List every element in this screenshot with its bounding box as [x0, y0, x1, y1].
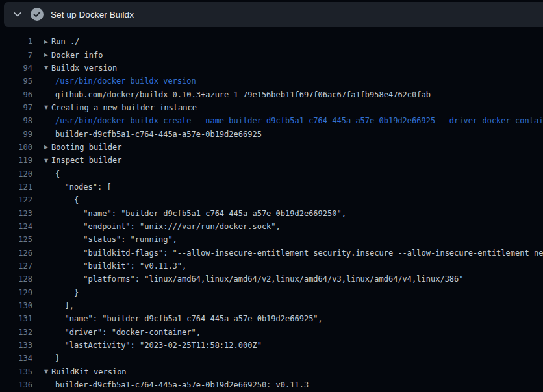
output-text: "lastActivity": "2023-02-25T11:58:12.000… [44, 341, 262, 350]
line-number[interactable]: 129 [0, 288, 32, 297]
triangle-down-icon[interactable]: ▼ [44, 65, 51, 71]
line-number[interactable]: 97 [0, 103, 32, 112]
line-number[interactable]: 95 [0, 77, 32, 86]
log-line: 136builder-d9cfb5a1-c764-445a-a57e-0b19d… [0, 378, 543, 391]
log-line: 128 "platforms": "linux/amd64,linux/amd6… [0, 273, 543, 286]
log-group-line[interactable]: 94▼Buildx version [0, 62, 543, 75]
log-line: 124 "endpoint": "unix:///var/run/docker.… [0, 220, 543, 233]
log-line: 98/usr/bin/docker buildx create --name b… [0, 114, 543, 127]
output-text: github.com/docker/buildx 0.10.3+azure-1 … [44, 90, 431, 99]
output-text: "buildkit": "v0.11.3", [44, 262, 186, 271]
triangle-down-icon[interactable]: ▼ [44, 158, 51, 164]
line-number[interactable]: 133 [0, 341, 32, 350]
line-number[interactable]: 1 [0, 37, 32, 46]
output-text: "buildkitd-flags": "--allow-insecure-ent… [44, 249, 543, 258]
output-text: "name": "builder-d9cfb5a1-c764-445a-a57e… [44, 209, 346, 218]
log-line: 133 "lastActivity": "2023-02-25T11:58:12… [0, 339, 543, 352]
line-number[interactable]: 96 [0, 90, 32, 99]
line-number[interactable]: 128 [0, 275, 32, 284]
log-group-line[interactable]: 100▶Booting builder [0, 141, 543, 154]
output-text: "platforms": "linux/amd64,linux/amd64/v2… [44, 275, 464, 284]
line-number[interactable]: 98 [0, 116, 32, 125]
group-title: Run ./ [51, 37, 79, 46]
line-number[interactable]: 131 [0, 314, 32, 323]
output-text: ], [44, 301, 74, 310]
line-number[interactable]: 122 [0, 195, 32, 204]
log-line: 122 { [0, 193, 543, 206]
line-number[interactable]: 124 [0, 222, 32, 231]
triangle-down-icon[interactable]: ▼ [44, 104, 51, 110]
line-number[interactable]: 134 [0, 354, 32, 363]
line-number[interactable]: 94 [0, 64, 32, 73]
output-text: } [44, 354, 60, 363]
log-line: 96github.com/docker/buildx 0.10.3+azure-… [0, 88, 543, 101]
group-title: Inspect builder [51, 156, 121, 165]
output-text: "status": "running", [44, 235, 177, 244]
line-number[interactable]: 100 [0, 143, 32, 152]
step-header[interactable]: Set up Docker Buildx [4, 2, 543, 27]
line-number[interactable]: 132 [0, 328, 32, 337]
log-group-line[interactable]: 119▼Inspect builder [0, 154, 543, 167]
line-number[interactable]: 123 [0, 209, 32, 218]
log-line: 121 "nodes": [ [0, 180, 543, 193]
log-group-line[interactable]: 97▼Creating a new builder instance [0, 101, 543, 114]
triangle-right-icon[interactable]: ▶ [44, 144, 51, 150]
log-line: 130 ], [0, 299, 543, 312]
chevron-down-icon[interactable] [12, 9, 23, 19]
triangle-right-icon[interactable]: ▶ [44, 52, 51, 58]
step-title: Set up Docker Buildx [51, 10, 134, 19]
log-line: 99builder-d9cfb5a1-c764-445a-a57e-0b19d2… [0, 127, 543, 140]
line-number[interactable]: 127 [0, 262, 32, 271]
command-text: /usr/bin/docker buildx create --name bui… [44, 116, 543, 125]
log-line: 126 "buildkitd-flags": "--allow-insecure… [0, 247, 543, 260]
command-text: /usr/bin/docker buildx version [44, 77, 196, 86]
log-group-line[interactable]: 1▶Run ./ [0, 35, 543, 48]
group-title: Docker info [51, 51, 103, 60]
output-text: { [44, 169, 60, 178]
group-title: BuildKit version [51, 367, 127, 376]
line-number[interactable]: 126 [0, 249, 32, 258]
output-text: "name": "builder-d9cfb5a1-c764-445a-a57e… [44, 314, 323, 323]
log-line: 125 "status": "running", [0, 233, 543, 246]
line-number[interactable]: 130 [0, 301, 32, 310]
line-number[interactable]: 121 [0, 182, 32, 191]
log-line: 127 "buildkit": "v0.11.3", [0, 260, 543, 273]
check-circle-icon [31, 8, 44, 21]
line-number[interactable]: 136 [0, 380, 32, 389]
actions-log-viewer: Set up Docker Buildx 1▶Run ./7▶Docker in… [0, 0, 543, 392]
log-line: 129 } [0, 286, 543, 299]
line-number[interactable]: 135 [0, 367, 32, 376]
line-number[interactable]: 119 [0, 156, 32, 165]
group-title: Buildx version [51, 64, 117, 73]
log-group-line[interactable]: 7▶Docker info [0, 48, 543, 61]
line-number[interactable]: 125 [0, 235, 32, 244]
group-title: Creating a new builder instance [51, 103, 197, 112]
log-line: 95/usr/bin/docker buildx version [0, 75, 543, 88]
triangle-right-icon[interactable]: ▶ [44, 39, 51, 45]
output-text: "endpoint": "unix:///var/run/docker.sock… [44, 222, 281, 231]
triangle-down-icon[interactable]: ▼ [44, 369, 51, 374]
output-text: "driver": "docker-container", [44, 328, 201, 337]
line-number[interactable]: 120 [0, 169, 32, 178]
log-line: 132 "driver": "docker-container", [0, 326, 543, 339]
log-line: 134} [0, 352, 543, 365]
line-number[interactable]: 99 [0, 130, 32, 139]
output-text: builder-d9cfb5a1-c764-445a-a57e-0b19d2e6… [44, 380, 309, 389]
log-line: 131 "name": "builder-d9cfb5a1-c764-445a-… [0, 312, 543, 325]
output-text: { [44, 195, 79, 204]
output-text: "nodes": [ [44, 182, 112, 191]
output-text: } [44, 288, 79, 297]
log-line: 123 "name": "builder-d9cfb5a1-c764-445a-… [0, 206, 543, 219]
line-number[interactable]: 7 [0, 51, 32, 60]
log-line: 120{ [0, 167, 543, 180]
log-area: 1▶Run ./7▶Docker info94▼Buildx version95… [0, 35, 543, 391]
group-title: Booting builder [51, 143, 121, 152]
output-text: builder-d9cfb5a1-c764-445a-a57e-0b19d2e6… [44, 130, 262, 139]
log-group-line[interactable]: 135▼BuildKit version [0, 365, 543, 378]
